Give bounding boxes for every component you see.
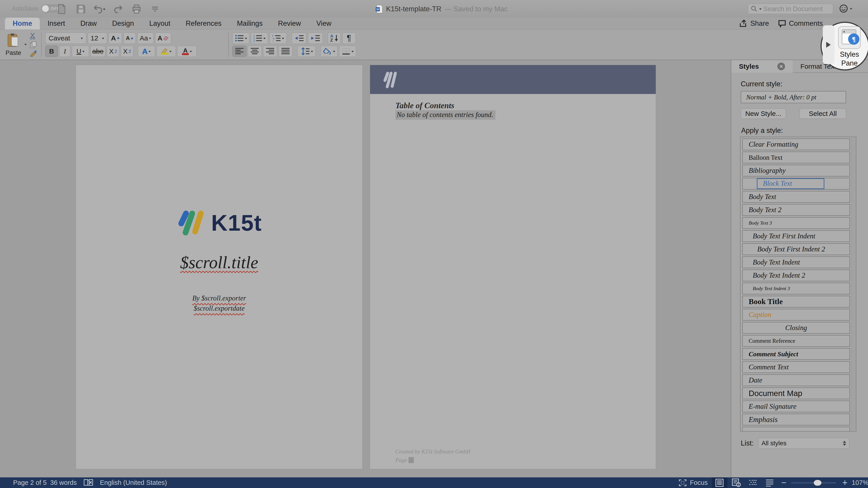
align-left-button[interactable] xyxy=(232,46,246,57)
style-list-item[interactable]: Book Title xyxy=(742,296,850,307)
save-icon[interactable] xyxy=(75,4,87,14)
text-effects-button[interactable]: A xyxy=(138,46,155,57)
zoom-slider-thumb[interactable] xyxy=(814,480,822,486)
document-byline[interactable]: By $scroll.exporter $scroll.exportdate xyxy=(76,293,362,314)
web-layout-view-button[interactable] xyxy=(728,477,744,488)
strikethrough-button[interactable]: abe xyxy=(90,46,105,57)
feedback-button[interactable] xyxy=(839,4,852,13)
panel-tab-styles[interactable]: Styles × xyxy=(731,60,793,73)
proofing-status-icon[interactable] xyxy=(83,477,94,488)
paste-dropdown-icon[interactable] xyxy=(24,44,27,46)
new-style-button[interactable]: New Style... xyxy=(741,108,786,119)
ribbon-tab[interactable]: References xyxy=(178,18,229,29)
style-list-item[interactable]: Closing xyxy=(742,322,850,334)
font-size-select[interactable]: 12 xyxy=(88,33,107,44)
underline-button[interactable]: U xyxy=(72,46,89,57)
document-page-1[interactable]: K15t $scroll.title By $scroll.exporter $… xyxy=(76,65,363,469)
format-painter-icon[interactable] xyxy=(30,50,37,57)
select-all-button[interactable]: Select All xyxy=(800,108,846,119)
style-list-item[interactable]: Caption xyxy=(742,309,850,321)
multilevel-list-button[interactable]: 1ai xyxy=(270,33,287,44)
search-input[interactable]: Search in Document xyxy=(748,4,833,14)
highlight-button[interactable] xyxy=(156,46,176,57)
font-color-button[interactable]: A xyxy=(177,46,197,57)
print-icon[interactable] xyxy=(131,4,143,14)
style-list-item[interactable]: Bibliography xyxy=(742,165,850,176)
ribbon-tab[interactable]: Insert xyxy=(40,18,73,29)
page2-footer[interactable]: Created by K15t Software GmbH Page 1 xyxy=(395,447,470,464)
decrease-indent-button[interactable] xyxy=(291,33,307,44)
styles-pane-button[interactable]: ¶ xyxy=(838,26,861,49)
word-count[interactable]: 36 words xyxy=(50,477,77,488)
style-list-item[interactable]: Emphasis xyxy=(742,414,850,425)
zoom-level[interactable]: 107% xyxy=(852,477,868,488)
italic-button[interactable]: I xyxy=(59,46,70,57)
cut-icon[interactable] xyxy=(29,33,37,39)
subscript-button[interactable]: X2 xyxy=(107,46,119,57)
copy-icon[interactable] xyxy=(30,41,37,48)
style-list-item[interactable]: Comment Reference xyxy=(742,335,850,347)
superscript-button[interactable]: X2 xyxy=(121,46,133,57)
sort-button[interactable]: AZ xyxy=(328,33,341,44)
document-title-placeholder[interactable]: $scroll.title xyxy=(76,253,362,272)
style-list-item[interactable]: Body Text Indent 2 xyxy=(742,269,850,281)
zoom-slider[interactable] xyxy=(791,482,836,484)
undo-icon[interactable] xyxy=(94,4,105,14)
toc-empty-message[interactable]: No table of contents entries found. xyxy=(395,110,495,120)
style-list-item[interactable] xyxy=(742,427,850,431)
style-list-item[interactable]: Block Text xyxy=(742,178,850,190)
increase-indent-button[interactable] xyxy=(308,33,323,44)
bullets-button[interactable] xyxy=(232,33,250,44)
search-scope-icon[interactable] xyxy=(759,8,762,11)
new-document-icon[interactable] xyxy=(57,4,68,14)
undo-dropdown-icon[interactable] xyxy=(103,8,105,11)
style-list-item[interactable]: Body Text First Indent xyxy=(742,230,850,242)
comments-button[interactable]: Comments xyxy=(778,20,823,28)
document-canvas[interactable]: K15t $scroll.title By $scroll.exporter $… xyxy=(0,60,731,477)
grow-font-button[interactable]: A xyxy=(108,33,122,44)
style-list-item[interactable]: Comment Subject xyxy=(742,348,850,360)
outline-view-button[interactable] xyxy=(745,477,761,488)
ribbon-tab[interactable]: Design xyxy=(104,18,142,29)
style-list-item[interactable]: Body Text 2 xyxy=(742,204,850,216)
paste-button[interactable]: Paste xyxy=(4,32,23,57)
justify-button[interactable] xyxy=(278,46,292,57)
style-list-item[interactable]: Document Map xyxy=(742,387,850,399)
list-filter-select[interactable]: All styles xyxy=(758,438,849,449)
style-list-item[interactable]: Body Text xyxy=(742,191,850,203)
print-layout-view-button[interactable] xyxy=(712,477,727,488)
borders-button[interactable] xyxy=(339,46,356,57)
ribbon-tab[interactable]: Draw xyxy=(73,18,104,29)
zoom-out-button[interactable]: − xyxy=(781,477,786,488)
style-list-item[interactable]: Comment Text xyxy=(742,361,850,373)
toolbar-options-icon[interactable] xyxy=(149,4,161,14)
numbering-button[interactable]: 123 xyxy=(251,33,268,44)
shading-button[interactable] xyxy=(320,46,338,57)
style-list-scrollbar[interactable] xyxy=(851,138,855,431)
align-center-button[interactable] xyxy=(248,46,262,57)
style-list-item[interactable]: Date xyxy=(742,375,850,386)
clear-formatting-button[interactable]: A xyxy=(155,33,171,44)
style-list-item[interactable]: Body Text First Indent 2 xyxy=(742,243,850,255)
show-marks-button[interactable]: ¶ xyxy=(342,33,356,44)
style-list-item[interactable]: Body Text 3 xyxy=(742,217,850,229)
style-list-item[interactable]: Clear Formatting xyxy=(742,138,850,150)
panel-close-icon[interactable]: × xyxy=(777,63,785,70)
ribbon-tab[interactable]: Review xyxy=(270,18,309,29)
bold-button[interactable]: B xyxy=(45,46,58,57)
ribbon-tab[interactable]: Layout xyxy=(142,18,178,29)
ribbon-tab[interactable]: Home xyxy=(5,18,40,29)
language-status[interactable]: English (United States) xyxy=(100,477,167,488)
style-list-item[interactable]: E-mail Signature xyxy=(742,400,850,412)
draft-view-button[interactable] xyxy=(762,477,778,488)
change-case-button[interactable]: Aa xyxy=(137,33,154,44)
font-name-select[interactable]: Caveat xyxy=(45,33,86,44)
shrink-font-button[interactable]: A xyxy=(123,33,136,44)
ribbon-tab[interactable]: View xyxy=(309,18,339,29)
style-list-item[interactable]: Body Text Indent xyxy=(742,256,850,268)
share-button[interactable]: Share xyxy=(739,20,769,28)
redo-icon[interactable] xyxy=(112,4,124,14)
toc-heading[interactable]: Table of Contents xyxy=(395,101,454,110)
line-spacing-button[interactable] xyxy=(298,46,315,57)
page-count[interactable]: Page 2 of 5 xyxy=(13,477,46,488)
